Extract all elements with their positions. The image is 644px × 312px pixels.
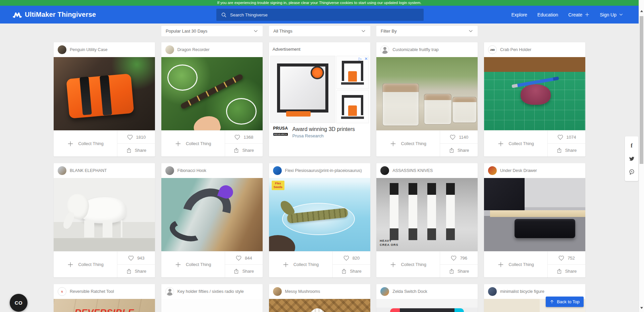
- share-button[interactable]: Share: [548, 144, 585, 157]
- share-button[interactable]: Share: [440, 144, 478, 157]
- ad-image-small-bottom[interactable]: [336, 90, 369, 123]
- ad-close-icon[interactable]: ✕: [364, 57, 368, 61]
- thing-thumbnail[interactable]: [269, 299, 370, 312]
- creator-avatar[interactable]: [380, 166, 389, 175]
- ad-art: [342, 95, 344, 115]
- page-scrollbar[interactable]: [639, 0, 644, 312]
- thing-title[interactable]: BLANK ELEPHANT: [70, 168, 107, 173]
- thing-title[interactable]: Fibonacci Hook: [177, 168, 206, 173]
- ad-image-main[interactable]: [270, 56, 335, 123]
- brand-logo[interactable]: UltiMaker Thingiverse: [13, 6, 96, 24]
- thing-card: Zelda Switch Dock Collect Thing: [376, 284, 478, 312]
- facebook-icon[interactable]: f: [628, 142, 635, 149]
- cookie-settings-button[interactable]: CO: [10, 294, 28, 312]
- like-button[interactable]: 752: [548, 252, 585, 265]
- creator-avatar[interactable]: [273, 287, 282, 296]
- share-button[interactable]: Share: [225, 144, 263, 157]
- thing-thumbnail[interactable]: [376, 57, 478, 130]
- category-select[interactable]: All Things: [269, 26, 370, 36]
- thing-title[interactable]: Under Desk Drawer: [500, 168, 537, 173]
- thing-title[interactable]: Penguin Utility Case: [70, 47, 108, 52]
- share-button[interactable]: Share: [225, 265, 263, 277]
- creator-avatar[interactable]: [488, 287, 497, 296]
- thing-title[interactable]: Dragon Recorder: [177, 47, 210, 52]
- thing-thumbnail[interactable]: [161, 178, 263, 251]
- like-button[interactable]: 943: [117, 252, 155, 265]
- creator-avatar[interactable]: [165, 287, 174, 296]
- share-button[interactable]: Share: [333, 265, 370, 277]
- search-input[interactable]: [230, 12, 419, 17]
- ad-body[interactable]: ▷ ✕: [269, 56, 370, 138]
- creator-avatar[interactable]: [380, 45, 389, 54]
- nav-link-explore[interactable]: Explore: [511, 12, 527, 17]
- thing-thumbnail[interactable]: [376, 299, 478, 312]
- nav-link-sign-up[interactable]: Sign Up: [600, 12, 623, 17]
- collect-thing-button[interactable]: Collect Thing: [376, 131, 440, 157]
- twitter-icon[interactable]: [628, 155, 635, 162]
- thing-title[interactable]: Messy Mushrooms: [285, 289, 320, 294]
- ad-headline[interactable]: Award winning 3D printers: [292, 126, 355, 132]
- collect-thing-button[interactable]: Collect Thing: [54, 252, 117, 277]
- share-button[interactable]: Share: [117, 144, 155, 157]
- share-button[interactable]: Share: [117, 265, 155, 277]
- thing-title[interactable]: ASSASSINS KNIVES: [392, 168, 433, 173]
- nav-link-education[interactable]: Education: [537, 12, 558, 17]
- filter-by-select[interactable]: Filter By: [376, 26, 478, 36]
- like-button[interactable]: 820: [333, 252, 370, 265]
- scrollbar-up-arrow[interactable]: [640, 10, 643, 12]
- like-button[interactable]: 1368: [225, 131, 263, 144]
- advertiser-logo[interactable]: PRUSA RESEARCH: [272, 126, 289, 136]
- thing-thumbnail[interactable]: [484, 178, 585, 251]
- share-button[interactable]: Share: [548, 265, 585, 277]
- creator-avatar[interactable]: [273, 166, 282, 175]
- sort-select[interactable]: Popular Last 30 Days: [161, 26, 263, 36]
- creator-avatar[interactable]: [58, 166, 66, 175]
- thing-title[interactable]: Key holder fifties / sixties radio style: [177, 289, 244, 294]
- like-button[interactable]: 1140: [440, 131, 478, 144]
- creator-avatar[interactable]: [380, 287, 389, 296]
- share-button[interactable]: Share: [440, 265, 478, 277]
- nav-link-create[interactable]: Create: [568, 12, 590, 17]
- collect-thing-button[interactable]: Collect Thing: [161, 131, 225, 157]
- thing-title[interactable]: Reversible Ratchet Tool: [70, 289, 114, 294]
- plus-icon: [390, 140, 396, 147]
- thing-thumbnail[interactable]: [54, 57, 155, 130]
- collect-thing-button[interactable]: Collect Thing: [484, 131, 548, 157]
- thing-thumbnail[interactable]: [161, 57, 263, 130]
- search-bar[interactable]: [216, 9, 424, 21]
- like-button[interactable]: 1810: [117, 131, 155, 144]
- back-to-top-button[interactable]: Back to Top: [546, 297, 584, 307]
- thing-thumbnail[interactable]: [161, 299, 263, 312]
- whatsapp-icon[interactable]: [628, 169, 635, 175]
- thing-thumbnail[interactable]: [484, 57, 585, 130]
- creator-avatar[interactable]: S: [58, 287, 66, 296]
- creator-avatar[interactable]: [165, 45, 174, 54]
- collect-thing-button[interactable]: Collect Thing: [54, 131, 117, 157]
- collect-thing-button[interactable]: Collect Thing: [161, 252, 225, 277]
- scrollbar-down-arrow[interactable]: [640, 307, 643, 309]
- thing-title[interactable]: Zelda Switch Dock: [392, 289, 427, 294]
- thing-title[interactable]: Crab Pen Holder: [500, 47, 531, 52]
- thing-card: Flexi Plesiosaurus(print-in-placeiosauru…: [269, 163, 370, 277]
- like-button[interactable]: 1074: [548, 131, 585, 144]
- plus-icon: [175, 261, 181, 268]
- creator-avatar[interactable]: [488, 166, 497, 175]
- like-button[interactable]: 796: [440, 252, 478, 265]
- thing-thumbnail[interactable]: [54, 178, 155, 251]
- ad-advertiser[interactable]: Prusa Research: [292, 133, 355, 138]
- thing-thumbnail[interactable]: REVERSIBLE: [54, 299, 155, 312]
- thing-title[interactable]: minimalist bicycle figure: [500, 289, 544, 294]
- thing-title[interactable]: Customizable fruitfly trap: [392, 47, 439, 52]
- collect-thing-button[interactable]: Collect Thing: [269, 252, 333, 277]
- collect-thing-button[interactable]: Collect Thing: [484, 252, 548, 277]
- collect-thing-button[interactable]: Collect Thing: [376, 252, 440, 277]
- adchoices-icon[interactable]: ▷: [359, 57, 362, 61]
- creator-avatar[interactable]: [58, 45, 66, 54]
- scrollbar-thumb[interactable]: [640, 16, 643, 164]
- like-button[interactable]: 844: [225, 252, 263, 265]
- thing-thumbnail[interactable]: HEAVY CREA ORS: [376, 178, 478, 251]
- thing-title[interactable]: Flexi Plesiosaurus(print-in-placeiosauru…: [285, 168, 362, 173]
- creator-avatar[interactable]: [165, 166, 174, 175]
- creator-avatar[interactable]: J3D: [488, 45, 497, 54]
- thing-thumbnail[interactable]: Flex Seeds: [269, 178, 370, 251]
